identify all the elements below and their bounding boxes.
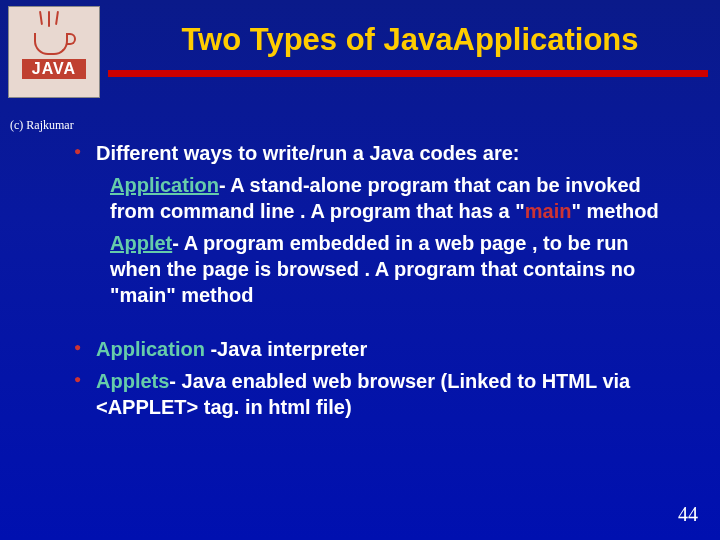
bullet-applets: Applets- Java enabled web browser (Linke… — [70, 368, 690, 420]
java-logo-text: JAVA — [22, 59, 86, 79]
copyright-text: (c) Rajkumar — [10, 118, 74, 133]
term-applet: Applet — [110, 232, 172, 254]
keyword-main: main — [525, 200, 572, 222]
bullet-application: Application -Java interpreter — [70, 336, 690, 362]
sub-applet: Applet- A program embedded in a web page… — [70, 230, 690, 308]
slide-title: Two Types of JavaApplications — [120, 22, 700, 58]
term-application: Application — [110, 174, 219, 196]
title-underline — [108, 70, 708, 77]
bullet-intro: Different ways to write/run a Java codes… — [70, 140, 690, 166]
slide-body: Different ways to write/run a Java codes… — [70, 140, 690, 426]
page-number: 44 — [678, 503, 698, 526]
java-logo: JAVA — [8, 6, 100, 98]
coffee-cup-icon — [32, 25, 76, 55]
sub-application: Application- A stand-alone program that … — [70, 172, 690, 224]
